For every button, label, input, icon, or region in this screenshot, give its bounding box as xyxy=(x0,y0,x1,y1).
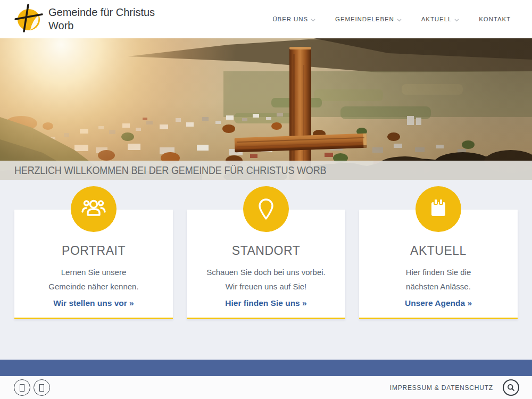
site-footer: IMPRESSUM & DATENSCHUTZ xyxy=(0,376,532,399)
map-pin-icon xyxy=(243,186,289,232)
people-icon xyxy=(71,186,117,232)
footer-accent-bar xyxy=(0,360,532,376)
welcome-headline: HERZLICH WILLKOMMEN BEI DER GEMEINDE FÜR… xyxy=(14,164,326,177)
social-icon-2[interactable] xyxy=(34,379,50,396)
teaser-cards: PORTRAIT Lernen Sie unsere Gemeinde nähe… xyxy=(14,186,518,319)
nav-item-aktuell[interactable]: AKTUELL xyxy=(421,16,459,23)
aktuell-link[interactable]: Unsere Agenda » xyxy=(405,298,472,308)
card-standort: STANDORT Schauen Sie doch bei uns vorbei… xyxy=(187,186,345,319)
card-portrait: PORTRAIT Lernen Sie unsere Gemeinde nähe… xyxy=(14,186,173,319)
chevron-down-icon xyxy=(397,16,402,23)
card-aktuell: AKTUELL Hier finden Sie die nächsten Anl… xyxy=(359,186,518,319)
standort-link[interactable]: Hier finden Sie uns » xyxy=(225,298,306,308)
chevron-down-icon xyxy=(454,16,459,23)
main-content: PORTRAIT Lernen Sie unsere Gemeinde nähe… xyxy=(0,180,532,360)
welcome-banner: HERZLICH WILLKOMMEN BEI DER GEMEINDE FÜR… xyxy=(0,161,532,180)
hero-section: HERZLICH WILLKOMMEN BEI DER GEMEINDE FÜR… xyxy=(0,38,532,180)
impressum-datenschutz-link[interactable]: IMPRESSUM & DATENSCHUTZ xyxy=(390,384,493,392)
card-text: Schauen Sie doch bei uns vorbei. Wir fre… xyxy=(187,265,345,294)
nav-item-kontakt[interactable]: KONTAKT xyxy=(479,16,511,22)
card-title: PORTRAIT xyxy=(14,244,173,258)
site-title: Gemeinde für Christus Worb xyxy=(48,6,160,32)
site-header: Gemeinde für Christus Worb ÜBER UNS GEME… xyxy=(0,0,532,38)
calendar-icon xyxy=(415,186,461,232)
card-text: Hier finden Sie die nächsten Anlässe. xyxy=(359,265,518,294)
chevron-down-icon xyxy=(311,16,315,23)
cross-sun-logo xyxy=(13,3,44,36)
social-links xyxy=(14,379,50,396)
card-title: AKTUELL xyxy=(359,244,518,258)
card-text: Lernen Sie unsere Gemeinde näher kennen. xyxy=(14,265,173,294)
social-icon-1[interactable] xyxy=(14,379,30,396)
main-nav: ÜBER UNS GEMEINDELEBEN AKTUELL KONTAKT xyxy=(272,16,511,23)
card-title: STANDORT xyxy=(187,244,345,258)
portrait-link[interactable]: Wir stellen uns vor » xyxy=(53,298,134,308)
search-icon[interactable] xyxy=(503,379,519,396)
nav-item-gemeindeleben[interactable]: GEMEINDELEBEN xyxy=(335,16,402,23)
hero-photo xyxy=(0,38,532,180)
brand-link[interactable]: Gemeinde für Christus Worb xyxy=(13,3,160,36)
nav-item-ueber-uns[interactable]: ÜBER UNS xyxy=(272,16,315,23)
